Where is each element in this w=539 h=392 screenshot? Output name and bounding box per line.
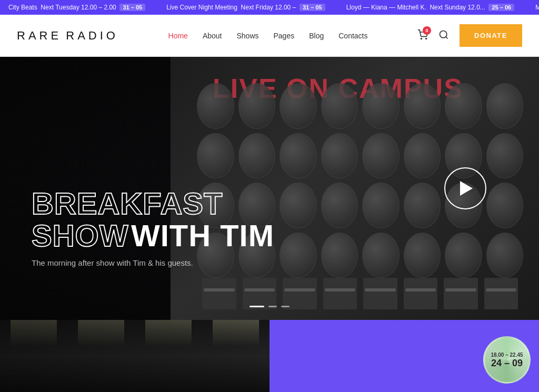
slider-dot-2[interactable] [268, 306, 277, 307]
ticker-time-2: Next Friday 12.00 – [241, 4, 296, 11]
knob [197, 83, 234, 129]
hero-title-show: SHOW [32, 218, 128, 253]
knob [445, 83, 482, 129]
ticker-title-2: Live Cover Night Meeting [166, 4, 237, 11]
ticker-item-2: Live Cover Night Meeting Next Friday 12.… [158, 0, 338, 15]
main-nav: Home About Shows Pages Blog Contacts [168, 32, 368, 40]
knob [404, 133, 441, 179]
bottom-right-panel: 18.00 – 22.45 24 – 09 [270, 320, 539, 392]
nav-home[interactable]: Home [168, 32, 188, 40]
fader [283, 278, 317, 309]
knob [280, 183, 317, 228]
ticker-title-4: Midday [535, 4, 539, 11]
ticker-bar: City Beats Next Tuesday 12.00 – 2.00 31 … [0, 0, 539, 15]
hero-title-with-tim: WITH TIM [131, 218, 274, 253]
site-logo[interactable]: RARE RADIO [17, 29, 118, 43]
svg-line-3 [446, 37, 448, 39]
fader [323, 278, 357, 309]
ticker-item-1: City Beats Next Tuesday 12.00 – 2.00 31 … [0, 0, 158, 15]
knob [486, 83, 524, 129]
knob [486, 233, 524, 278]
slider-dots [249, 306, 290, 307]
knob [362, 183, 400, 228]
bottom-left-overlay [0, 320, 270, 392]
fader [243, 278, 277, 309]
ticker-item-3: Lloyd — Kiana — Mitchell K. Next Sunday … [338, 0, 527, 15]
cart-button[interactable]: 0 [417, 29, 428, 42]
donate-button[interactable]: DONATE [460, 24, 522, 47]
fader [484, 278, 518, 309]
fader [404, 278, 438, 309]
fader [444, 278, 478, 309]
ticker-title-3: Lloyd — Kiana — Mitchell K. [346, 4, 426, 11]
knob [321, 83, 358, 129]
cart-count: 0 [423, 26, 431, 35]
ticker-date-2: 31 – 05 [300, 4, 325, 11]
play-button[interactable] [444, 167, 486, 209]
knob [362, 133, 400, 179]
nav-shows[interactable]: Shows [236, 32, 258, 40]
nav-pages[interactable]: Pages [274, 32, 295, 40]
knob [486, 133, 524, 179]
hero-title-line2: SHOW WITH TIM [32, 220, 274, 252]
hero-title-line1: BREAKFAST [32, 188, 274, 220]
mixer-faders [202, 278, 518, 309]
svg-point-0 [421, 38, 422, 39]
hero-section: LIVE ON CAMPUS [0, 57, 539, 320]
knob [197, 133, 234, 179]
logo-main: RARE [17, 29, 62, 42]
play-icon [460, 181, 473, 196]
logo-sub: RADIO [66, 29, 118, 42]
knob [445, 233, 482, 278]
nav-actions: 0 DONATE [417, 24, 522, 47]
knob [362, 83, 400, 129]
slider-dot-3[interactable] [281, 306, 290, 307]
ticker-time-3: Next Sunday 12.0... [430, 4, 485, 11]
ticker-item-4: Midday [527, 0, 539, 15]
knob [280, 233, 317, 278]
knob [238, 133, 276, 179]
ticker-time-1: Next Tuesday 12.00 – 2.00 [41, 4, 116, 11]
badge-date: 24 – 09 [491, 358, 523, 368]
knob [321, 233, 358, 278]
knob [238, 83, 276, 129]
ticker-date-1: 31 – 05 [119, 4, 145, 11]
svg-point-1 [426, 38, 427, 39]
nav-about[interactable]: About [203, 32, 222, 40]
knob [404, 83, 441, 129]
fader [363, 278, 397, 309]
slider-dot-1[interactable] [249, 306, 264, 307]
bottom-row: 18.00 – 22.45 24 – 09 [0, 320, 539, 392]
knob [362, 233, 400, 278]
svg-point-2 [440, 31, 447, 38]
hero-content: BREAKFAST SHOW WITH TIM The morning afte… [32, 188, 274, 267]
knob [280, 83, 317, 129]
event-badge[interactable]: 18.00 – 22.45 24 – 09 [483, 336, 531, 384]
knob [321, 133, 358, 179]
knob [404, 233, 441, 278]
nav-contacts[interactable]: Contacts [338, 32, 367, 40]
fader [202, 278, 236, 309]
nav-blog[interactable]: Blog [309, 32, 324, 40]
knob [404, 183, 441, 228]
hero-subtitle: The morning after show with Tim & his gu… [32, 258, 274, 267]
knob [321, 183, 358, 228]
knob [486, 183, 524, 228]
search-button[interactable] [436, 27, 451, 44]
header: RARE RADIO Home About Shows Pages Blog C… [0, 15, 539, 57]
search-icon [438, 29, 449, 40]
knob [280, 133, 317, 179]
ticker-title-1: City Beats [8, 4, 37, 11]
bottom-left-panel [0, 320, 270, 392]
ticker-date-3: 25 – 06 [488, 4, 514, 11]
